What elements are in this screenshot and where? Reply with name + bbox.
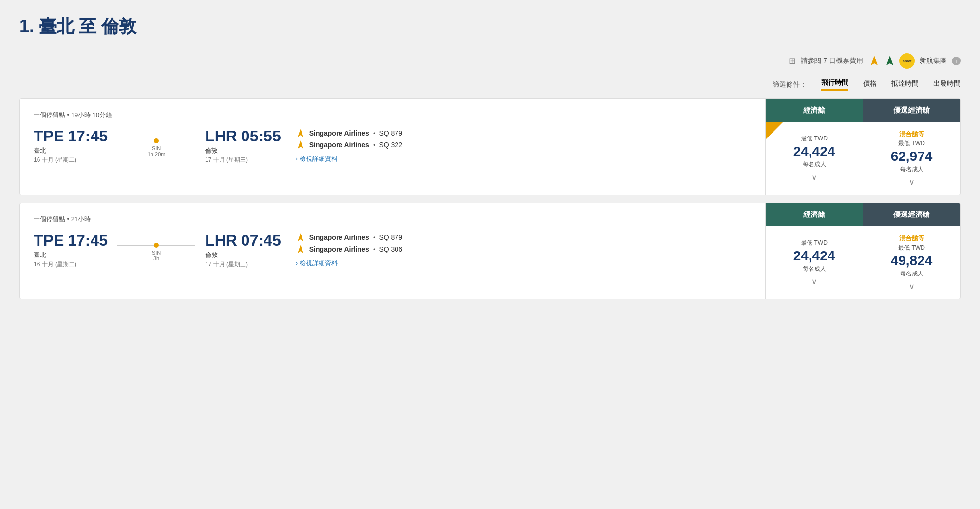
mixed-label-2: 混合艙等 <box>899 234 924 243</box>
arrival-date-2: 17 十月 (星期三) <box>205 260 281 269</box>
economy-body-1: 最低 TWD 24,424 每名成人 ∨ <box>766 122 863 195</box>
stopover-dot-1 <box>154 138 159 143</box>
departure-date-1: 16 十月 (星期二) <box>34 156 108 164</box>
svg-marker-4 <box>298 233 303 241</box>
airline-row-1b: Singapore Airlines • SQ 322 <box>296 140 417 150</box>
airline-row-2a: Singapore Airlines • SQ 879 <box>296 233 417 242</box>
scoot-logo: scoot <box>899 53 915 69</box>
departure-date-2: 16 十月 (星期二) <box>34 260 108 269</box>
airline-info-1: Singapore Airlines • SQ 879 Singapore Ai… <box>281 128 417 163</box>
bullet-1b: • <box>373 141 376 149</box>
flight-list: 一個停留點 • 19小時 10分鐘 TPE 17:45 臺北 16 十月 (星期… <box>19 98 961 299</box>
economy-chevron-1[interactable]: ∨ <box>811 173 817 182</box>
stopover-code-1: SIN <box>152 145 161 151</box>
economy-price-1: 24,424 <box>793 144 835 159</box>
flight-num-2b: SQ 306 <box>379 245 402 253</box>
filter-arrival-time[interactable]: 抵達時間 <box>891 79 919 90</box>
filter-label: 篩選條件： <box>773 80 807 89</box>
airline-name-2a: Singapore Airlines <box>309 234 369 241</box>
sq-wing-icon-2a <box>296 233 305 242</box>
arrival-1: LHR 05:55 倫敦 17 十月 (星期三) <box>205 127 281 164</box>
economy-body-2: 最低 TWD 24,424 每名成人 ∨ <box>766 226 863 299</box>
premium-price-1: 62,974 <box>891 149 933 164</box>
economy-col-1[interactable]: 經濟艙 最低 TWD 24,424 每名成人 ∨ <box>765 99 863 195</box>
layover-time-2: 3h <box>153 255 159 261</box>
premium-chevron-2[interactable]: ∨ <box>909 282 915 291</box>
flight-main-2: 一個停留點 • 21小時 TPE 17:45 臺北 16 十月 (星期二) <box>20 203 765 299</box>
economy-price-label-1: 最低 TWD <box>801 135 828 143</box>
layover-time-1: 1h 20m <box>148 151 166 157</box>
arrival-city-2: 倫敦 <box>205 251 281 259</box>
premium-header-2: 優選經濟艙 <box>863 203 960 226</box>
bullet-2a: • <box>373 234 376 241</box>
premium-body-2: 混合艙等 最低 TWD 49,824 每名成人 ∨ <box>863 226 960 299</box>
departure-city-2: 臺北 <box>34 251 108 259</box>
filter-flight-time[interactable]: 飛行時間 <box>821 78 848 91</box>
svg-marker-2 <box>298 129 303 137</box>
premium-header-1: 優選經濟艙 <box>863 99 960 122</box>
route-line-2: SIN 3h <box>108 239 205 261</box>
stopover-code-2: SIN <box>152 250 161 255</box>
departure-city-1: 臺北 <box>34 146 108 155</box>
view-details-1[interactable]: › 檢視詳細資料 <box>296 155 417 163</box>
premium-price-label-2: 最低 TWD <box>898 244 925 252</box>
premium-price-label-1: 最低 TWD <box>898 139 925 148</box>
arrival-date-1: 17 十月 (星期三) <box>205 156 281 164</box>
arrival-iata-1: LHR <box>205 127 237 145</box>
svg-marker-3 <box>298 140 303 149</box>
premium-col-2[interactable]: 優選經濟艙 混合艙等 最低 TWD 49,824 每名成人 ∨ <box>863 203 960 299</box>
flight-card-2: 一個停留點 • 21小時 TPE 17:45 臺北 16 十月 (星期二) <box>19 203 961 299</box>
economy-header-1: 經濟艙 <box>766 99 863 122</box>
view-details-2[interactable]: › 檢視詳細資料 <box>296 259 417 268</box>
silkair-logo <box>884 55 896 67</box>
economy-col-2[interactable]: 經濟艙 最低 TWD 24,424 每名成人 ∨ <box>765 203 863 299</box>
filter-departure-time[interactable]: 出發時間 <box>933 79 961 90</box>
flight-route-2: TPE 17:45 臺北 16 十月 (星期二) SIN 3h <box>34 232 752 269</box>
airline-logos: scoot <box>868 53 915 69</box>
departure-time-1: 17:45 <box>68 127 108 145</box>
svg-marker-5 <box>298 245 303 253</box>
arrival-2: LHR 07:45 倫敦 17 十月 (星期三) <box>205 232 281 269</box>
grid-icon: ⊞ <box>789 56 796 66</box>
sq-wing-icon-1a <box>296 128 305 138</box>
departure-1: TPE 17:45 臺北 16 十月 (星期二) <box>34 127 108 164</box>
svg-marker-1 <box>886 56 893 65</box>
airline-name-1a: Singapore Airlines <box>309 129 369 137</box>
top-bar: ⊞ 請參閱 7 日機票費用 scoot 新航集團 i <box>19 53 961 69</box>
bullet-1a: • <box>373 130 376 137</box>
premium-price-2: 49,824 <box>891 253 933 269</box>
departure-iata-1: TPE <box>34 127 64 145</box>
flight-route-1: TPE 17:45 臺北 16 十月 (星期二) SIN 1h 20m <box>34 127 752 164</box>
airline-info-2: Singapore Airlines • SQ 879 Singapore Ai… <box>281 233 417 268</box>
premium-per-person-1: 每名成人 <box>900 165 923 174</box>
filter-price[interactable]: 價格 <box>863 79 877 90</box>
departure-iata-2: TPE <box>34 232 64 250</box>
airline-row-2b: Singapore Airlines • SQ 306 <box>296 244 417 254</box>
sq-wing-icon-2b <box>296 244 305 254</box>
departure-time-2: 17:45 <box>68 232 108 250</box>
sq-wing-icon-1b <box>296 140 305 150</box>
premium-chevron-1[interactable]: ∨ <box>909 177 915 187</box>
mixed-label-1: 混合艙等 <box>899 130 924 138</box>
economy-price-label-2: 最低 TWD <box>801 239 828 247</box>
premium-col-1[interactable]: 優選經濟艙 混合艙等 最低 TWD 62,974 每名成人 ∨ <box>863 99 960 195</box>
flight-card-1: 一個停留點 • 19小時 10分鐘 TPE 17:45 臺北 16 十月 (星期… <box>19 98 961 195</box>
departure-2: TPE 17:45 臺北 16 十月 (星期二) <box>34 232 108 269</box>
cabin-cols-1: 經濟艙 最低 TWD 24,424 每名成人 ∨ 優選經濟艙 混合艙等 最低 T… <box>765 99 960 195</box>
svg-marker-0 <box>871 56 878 65</box>
flight-num-1b: SQ 322 <box>379 141 402 149</box>
singapore-airlines-logo-1 <box>868 55 881 67</box>
page-title: 1. 臺北 至 倫敦 <box>19 15 961 39</box>
stopover-dot-2 <box>154 243 159 248</box>
premium-per-person-2: 每名成人 <box>900 270 923 278</box>
airline-name-2b: Singapore Airlines <box>309 245 369 253</box>
bullet-2b: • <box>373 246 376 253</box>
economy-header-2: 經濟艙 <box>766 203 863 226</box>
refer-text: 請參閱 7 日機票費用 <box>801 57 863 65</box>
arrival-time-1: 05:55 <box>241 127 281 145</box>
filter-bar: 篩選條件： 飛行時間 價格 抵達時間 出發時間 <box>19 78 961 91</box>
info-icon[interactable]: i <box>952 57 961 65</box>
stop-info-1: 一個停留點 • 19小時 10分鐘 <box>34 111 752 119</box>
economy-chevron-2[interactable]: ∨ <box>811 277 817 286</box>
flight-num-1a: SQ 879 <box>379 129 402 137</box>
